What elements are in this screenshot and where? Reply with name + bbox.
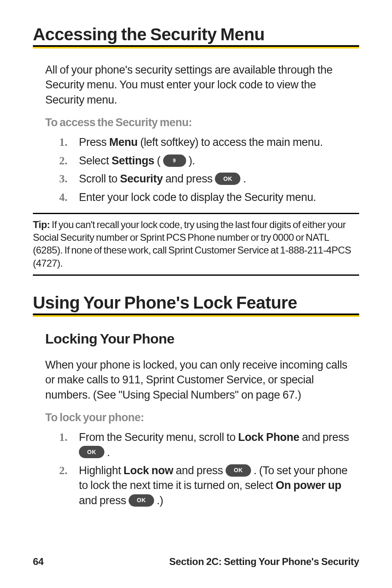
text-fragment: .	[104, 446, 110, 459]
tip-text: Tip: If you can't recall your lock code,…	[33, 218, 359, 270]
text-fragment: and press	[299, 431, 349, 443]
text-bold: Menu	[109, 136, 138, 148]
text-fragment: Press	[79, 136, 109, 148]
section1-lead: To access the Security menu:	[45, 116, 355, 129]
step-number: 2.	[59, 463, 79, 478]
text-fragment: and press	[173, 464, 226, 477]
text-bold: Security	[120, 173, 163, 185]
step-text: From the Security menu, scroll to Lock P…	[79, 430, 355, 460]
key-ok-icon: OK	[226, 464, 251, 477]
section2-lead: To lock your phone:	[45, 411, 355, 424]
section1-steps: 1. Press Menu (left softkey) to access t…	[45, 135, 355, 205]
footer-title: Section 2C: Setting Your Phone's Securit…	[169, 556, 359, 567]
step-text: Highlight Lock now and press OK . (To se…	[79, 463, 355, 508]
step-2: 2. Highlight Lock now and press OK . (To…	[59, 463, 355, 508]
text-fragment: and press	[163, 173, 215, 185]
step-2: 2. Select Settings ( 9 ).	[59, 153, 355, 168]
step-text: Enter your lock code to display the Secu…	[79, 190, 316, 205]
text-fragment: (	[154, 154, 163, 167]
tip-box: Tip: If you can't recall your lock code,…	[33, 213, 359, 276]
page-footer: 64 Section 2C: Setting Your Phone's Secu…	[33, 556, 359, 567]
text-fragment: (left softkey) to access the main menu.	[138, 136, 323, 148]
text-fragment: Highlight	[79, 464, 124, 477]
step-number: 1.	[59, 135, 79, 150]
step-4: 4. Enter your lock code to display the S…	[59, 190, 355, 205]
section1-body: All of your phone's security settings ar…	[33, 62, 359, 205]
tip-body: If you can't recall your lock code, try …	[33, 219, 351, 269]
step-3: 3. Scroll to Security and press OK .	[59, 171, 355, 186]
section2-intro: When your phone is locked, you can only …	[45, 357, 355, 402]
tip-label: Tip:	[33, 219, 50, 230]
section2-body: Locking Your Phone When your phone is lo…	[33, 331, 359, 508]
step-number: 1.	[59, 430, 79, 445]
heading-using-lock-feature: Using Your Phone's Lock Feature	[33, 293, 359, 313]
key-9-icon: 9	[163, 154, 186, 167]
step-text: Press Menu (left softkey) to access the …	[79, 135, 323, 150]
key-ok-icon: OK	[215, 173, 240, 185]
text-fragment: .)	[154, 494, 163, 507]
page-number: 64	[33, 556, 44, 567]
step-1: 1. From the Security menu, scroll to Loc…	[59, 430, 355, 460]
step-1: 1. Press Menu (left softkey) to access t…	[59, 135, 355, 150]
step-number: 3.	[59, 171, 79, 186]
text-bold: Settings	[111, 154, 154, 167]
section1-intro: All of your phone's security settings ar…	[45, 62, 355, 107]
key-ok-icon: OK	[79, 446, 104, 458]
section2-steps: 1. From the Security menu, scroll to Loc…	[45, 430, 355, 508]
title-underline	[33, 45, 359, 48]
step-number: 2.	[59, 153, 79, 168]
text-bold: Lock Phone	[238, 431, 299, 443]
text-fragment: and press	[79, 494, 129, 507]
text-fragment: Select	[79, 154, 111, 167]
text-fragment: ).	[186, 154, 195, 167]
text-bold: On power up	[276, 479, 341, 491]
step-text: Select Settings ( 9 ).	[79, 153, 195, 168]
step-number: 4.	[59, 190, 79, 205]
text-fragment: Scroll to	[79, 173, 120, 185]
text-bold: Lock now	[124, 464, 173, 477]
subhead-locking-your-phone: Locking Your Phone	[45, 331, 355, 347]
text-fragment: .	[240, 173, 246, 185]
heading-accessing-security-menu: Accessing the Security Menu	[33, 25, 359, 44]
step-text: Scroll to Security and press OK .	[79, 171, 246, 186]
title-underline	[33, 314, 359, 317]
key-ok-icon: OK	[129, 494, 154, 507]
text-fragment: From the Security menu, scroll to	[79, 431, 238, 443]
